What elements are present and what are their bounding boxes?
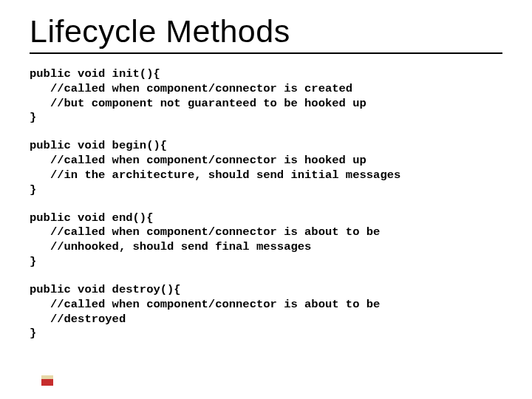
code-block-begin: public void begin(){ //called when compo… xyxy=(30,139,502,197)
code-block-destroy: public void destroy(){ //called when com… xyxy=(30,283,502,341)
code-block-end: public void end(){ //called when compone… xyxy=(30,211,502,270)
corner-accent-icon xyxy=(41,375,53,386)
slide: Lifecycle Methods public void init(){ //… xyxy=(0,0,532,399)
code-block-init: public void init(){ //called when compon… xyxy=(30,67,502,126)
title-underline xyxy=(30,52,502,54)
svg-rect-1 xyxy=(41,375,53,379)
slide-title: Lifecycle Methods xyxy=(30,13,502,50)
